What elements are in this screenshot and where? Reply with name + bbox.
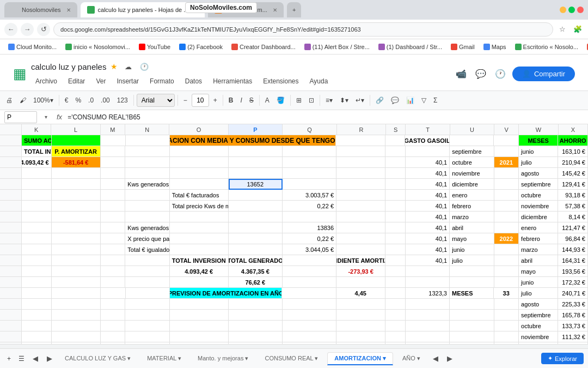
cell-x-19[interactable]: 111,32 € (558, 331, 588, 342)
cell-m-18[interactable] (101, 321, 126, 331)
cell-r-2[interactable] (336, 146, 385, 157)
cell-s-12[interactable] (385, 255, 406, 266)
cell-t-10[interactable]: 40,1 (406, 233, 450, 244)
cell-l-16[interactable] (52, 299, 101, 310)
cell-u-2[interactable]: septiembre (450, 146, 494, 157)
cell-n-5[interactable]: Kws generados con iberdrola (125, 179, 169, 190)
cell-x-11[interactable]: 144,93 € (558, 244, 588, 255)
tab-amortizacion[interactable]: AMORTIZACION ▾ (327, 352, 393, 365)
add-sheet-btn[interactable]: + (4, 352, 14, 366)
cell-t-18[interactable] (406, 321, 450, 331)
cell-l-17[interactable] (52, 310, 101, 321)
col-header-p[interactable]: P (229, 124, 283, 135)
cell-r-7[interactable] (336, 201, 385, 212)
cell-w-18[interactable]: octubre (519, 321, 558, 331)
cell-v-14[interactable] (494, 277, 519, 288)
cell-m-14[interactable] (101, 277, 126, 288)
cell-l-18[interactable] (52, 321, 101, 331)
cell-q-9[interactable]: 13836 (283, 222, 336, 233)
cell-n-12[interactable] (125, 255, 169, 266)
menu-editar[interactable]: Editar (64, 76, 89, 86)
cell-p-19[interactable] (229, 331, 283, 342)
cell-o-13[interactable]: 4.093,42 € (170, 266, 229, 277)
tab-nosolomoviles[interactable]: Nosolomoviles ✕ (4, 2, 77, 17)
cell-s-9[interactable] (385, 222, 406, 233)
cell-v-19[interactable] (494, 331, 519, 342)
currency-btn[interactable]: € (62, 93, 71, 107)
cell-l-7[interactable] (52, 201, 101, 212)
cell-s-19[interactable] (385, 331, 406, 342)
font-family-selector[interactable]: Arial (137, 94, 175, 107)
bold-btn[interactable]: B (226, 93, 236, 107)
col-header-s[interactable]: S (386, 124, 406, 135)
cell-q-7[interactable]: 0,22 € (283, 201, 336, 212)
cell-k-2[interactable]: TOTAL INVERSION (22, 146, 52, 157)
cell-q-12[interactable] (283, 255, 336, 266)
cell-o-16[interactable] (170, 299, 229, 310)
menu-herramientas[interactable]: Herramientas (209, 76, 256, 86)
cell-v-13[interactable] (494, 266, 519, 277)
decimal-more-btn[interactable]: .00 (98, 93, 113, 107)
cell-t-2[interactable] (406, 146, 450, 157)
text-color-btn[interactable]: A (262, 93, 272, 107)
cell-n-10[interactable]: X precio que pago en iberdrola (125, 233, 169, 244)
cell-u-17[interactable] (450, 310, 494, 321)
cell-s-18[interactable] (385, 321, 406, 331)
cell-w-4[interactable]: agosto (519, 168, 558, 179)
cell-x-9[interactable]: 121,47 € (558, 222, 588, 233)
menu-insertar[interactable]: Insertar (112, 76, 143, 86)
cell-m-8[interactable] (101, 212, 126, 222)
cell-r-9[interactable] (336, 222, 385, 233)
cell-o-3[interactable] (170, 157, 229, 168)
back-btn[interactable]: ← (4, 23, 17, 36)
cell-w-3[interactable]: julio (519, 157, 558, 168)
cell-l-9[interactable] (52, 222, 101, 233)
cell-x-10[interactable]: 96,84 € (558, 233, 588, 244)
refresh-btn[interactable]: ↺ (37, 23, 50, 36)
cell-k-12[interactable] (22, 255, 52, 266)
menu-formato[interactable]: Formato (145, 76, 179, 86)
cell-k-16[interactable] (22, 299, 52, 310)
cell-r-17[interactable] (336, 310, 385, 321)
cell-o-14[interactable] (170, 277, 229, 288)
cell-p-12[interactable]: TOTAL GENERADO (229, 255, 283, 266)
cell-o-8[interactable] (170, 212, 229, 222)
percent-btn[interactable]: % (72, 93, 84, 107)
cell-w-5[interactable]: septiembre (519, 179, 558, 190)
cell-p-5[interactable]: 13652 (229, 179, 283, 190)
zoom-btn[interactable]: 100% ▾ (30, 93, 56, 107)
cell-q-6[interactable]: 3.003,57 € (283, 190, 336, 201)
grid-container[interactable]: K L M N O P Q R S T U V W X SUMO ACTUAL … (0, 124, 588, 344)
cell-k-8[interactable] (22, 212, 52, 222)
cell-p-6[interactable] (229, 190, 283, 201)
borders-btn[interactable]: ⊞ (293, 93, 304, 107)
cell-m-6[interactable] (101, 190, 126, 201)
cell-q-13[interactable] (283, 266, 336, 277)
cell-o-6[interactable]: Total € facturados (170, 190, 229, 201)
strikethrough-btn[interactable]: S (247, 93, 256, 107)
comments-icon[interactable]: 💬 (473, 66, 488, 81)
cell-w-14[interactable]: junio (519, 277, 558, 288)
cell-x-6[interactable]: 93,18 € (558, 190, 588, 201)
cell-t-13[interactable] (406, 266, 450, 277)
sheet-menu-btn[interactable]: ☰ (16, 352, 27, 366)
cell-r-6[interactable] (336, 190, 385, 201)
bm-fb[interactable]: (2) Facebook (175, 43, 226, 51)
cell-x-13[interactable]: 193,56 € (558, 266, 588, 277)
explore-button[interactable]: ✦ Explorar (541, 353, 584, 364)
col-header-x[interactable]: X (559, 124, 588, 135)
cell-w-16[interactable]: agosto (519, 299, 558, 310)
tab-close-3[interactable]: ✕ (273, 7, 277, 13)
cell-v-7[interactable] (494, 201, 519, 212)
cell-x-3[interactable]: 210,94 € (558, 157, 588, 168)
cell-s-11[interactable] (385, 244, 406, 255)
cell-q-16[interactable] (283, 299, 336, 310)
cell-s-10[interactable] (385, 233, 406, 244)
cell-m-3[interactable] (101, 157, 126, 168)
cell-l-h1[interactable] (52, 135, 101, 146)
cell-u-10[interactable]: mayo (450, 233, 494, 244)
cell-k-13[interactable] (22, 266, 52, 277)
cell-l-10[interactable] (52, 233, 101, 244)
cell-n-18[interactable] (125, 321, 169, 331)
cell-l-12[interactable] (52, 255, 101, 266)
